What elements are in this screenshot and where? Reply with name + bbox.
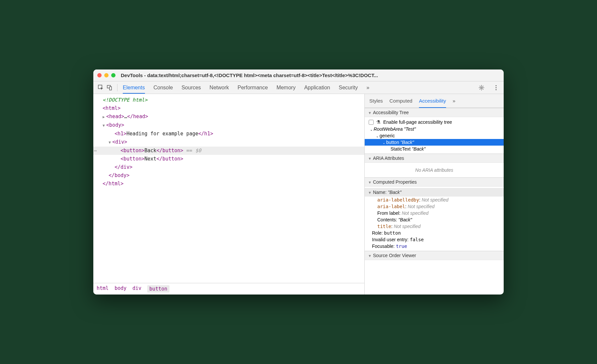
name-row-header[interactable]: ▼Name: "Back" (365, 188, 504, 197)
accessibility-tree-header[interactable]: ▼Accessibility Tree (365, 108, 504, 117)
devtools-window: DevTools - data:text/html;charset=utf-8,… (93, 69, 504, 295)
prop-focusable: Focusable: true (365, 243, 504, 250)
content-area: <!DOCTYPE html> <html> ▶<head>…</head> ▼… (93, 94, 504, 295)
tab-network[interactable]: Network (209, 82, 229, 93)
computed-properties-header[interactable]: ▼Computed Properties (365, 177, 504, 187)
minimize-window-icon[interactable] (104, 73, 109, 77)
dom-line[interactable]: ▶<head>…</head> (93, 113, 364, 121)
breadcrumb-html[interactable]: html (97, 285, 109, 293)
breadcrumb-button[interactable]: button (147, 285, 169, 293)
tab-memory[interactable]: Memory (276, 82, 296, 93)
tree-static-text[interactable]: StaticText "Back" (365, 146, 504, 152)
main-tabs: Elements Console Sources Network Perform… (121, 82, 477, 93)
dom-line[interactable]: </div> (93, 163, 364, 171)
dom-line[interactable]: </body> (93, 171, 364, 180)
svg-point-4 (495, 85, 496, 86)
prop-invalid: Invalid user entry: false (365, 236, 504, 243)
dom-line[interactable]: <html> (93, 104, 364, 113)
prop-aria-label: aria-label: Not specified (365, 203, 504, 210)
tabs-overflow-icon[interactable]: » (366, 82, 369, 93)
dom-line[interactable]: <!DOCTYPE html> (93, 96, 364, 104)
prop-from-label: From label: Not specified (365, 210, 504, 216)
no-aria-text: No ARIA attributes (365, 164, 504, 176)
tab-elements[interactable]: Elements (123, 82, 145, 93)
tree-button-selected[interactable]: ⌄button "Back" (365, 139, 504, 146)
prop-aria-labelledby: aria-labelledby: Not specified (365, 197, 504, 203)
titlebar: DevTools - data:text/html;charset=utf-8,… (93, 69, 504, 81)
tab-application[interactable]: Application (304, 82, 330, 93)
traffic-lights (97, 73, 115, 77)
device-toggle-icon[interactable] (105, 83, 114, 92)
tab-security[interactable]: Security (339, 82, 358, 93)
prop-contents: Contents: "Back" (365, 216, 504, 223)
dom-tree[interactable]: <!DOCTYPE html> <html> ▶<head>…</head> ▼… (93, 94, 364, 283)
svg-point-5 (495, 87, 496, 88)
prop-role: Role: button (365, 230, 504, 236)
side-tab-computed[interactable]: Computed (390, 97, 412, 105)
maximize-window-icon[interactable] (111, 73, 115, 77)
side-tabs-overflow-icon[interactable]: » (453, 97, 455, 105)
close-window-icon[interactable] (97, 73, 102, 77)
dom-line[interactable]: ▼<body> (93, 121, 364, 130)
enable-full-tree-checkbox[interactable] (369, 120, 374, 125)
window-title: DevTools - data:text/html;charset=utf-8,… (121, 72, 500, 78)
tab-performance[interactable]: Performance (238, 82, 268, 93)
breadcrumbs: html body div button (93, 283, 364, 295)
side-panel: Styles Computed Accessibility » ▼Accessi… (365, 94, 504, 295)
svg-point-3 (481, 87, 482, 88)
side-tab-styles[interactable]: Styles (369, 97, 383, 105)
settings-icon[interactable] (477, 83, 486, 92)
toolbar-divider (117, 84, 117, 91)
source-order-viewer-header[interactable]: ▼Source Order Viewer (365, 251, 504, 260)
inspect-element-icon[interactable] (97, 83, 105, 92)
prop-title: title: Not specified (365, 223, 504, 230)
svg-point-6 (495, 89, 496, 90)
breadcrumb-div[interactable]: div (132, 285, 141, 293)
svg-rect-2 (110, 87, 112, 90)
tab-console[interactable]: Console (154, 82, 173, 93)
dom-line[interactable]: ▼<div> (93, 138, 364, 147)
flask-icon: ⚗ (376, 119, 381, 125)
enable-full-tree-row[interactable]: ⚗ Enable full-page accessibility tree (365, 118, 504, 126)
main-toolbar: Elements Console Sources Network Perform… (93, 81, 504, 94)
enable-full-tree-label: Enable full-page accessibility tree (383, 119, 452, 125)
tree-root[interactable]: ⌄RootWebArea "Test" (365, 126, 504, 132)
aria-attributes-header[interactable]: ▼ARIA Attributes (365, 154, 504, 163)
dom-line-selected[interactable]: <button>Back</button> == $0 (93, 147, 364, 155)
dom-panel: <!DOCTYPE html> <html> ▶<head>…</head> ▼… (93, 94, 365, 295)
side-tabs: Styles Computed Accessibility » (365, 94, 504, 108)
breadcrumb-body[interactable]: body (115, 285, 126, 293)
dom-line[interactable]: </html> (93, 180, 364, 188)
side-tab-accessibility[interactable]: Accessibility (419, 97, 446, 105)
dom-line[interactable]: <h1>Heading for example page</h1> (93, 130, 364, 138)
tree-generic[interactable]: ⌄generic (365, 132, 504, 139)
dom-line[interactable]: <button>Next</button> (93, 155, 364, 163)
tab-sources[interactable]: Sources (181, 82, 201, 93)
more-menu-icon[interactable] (492, 83, 500, 92)
